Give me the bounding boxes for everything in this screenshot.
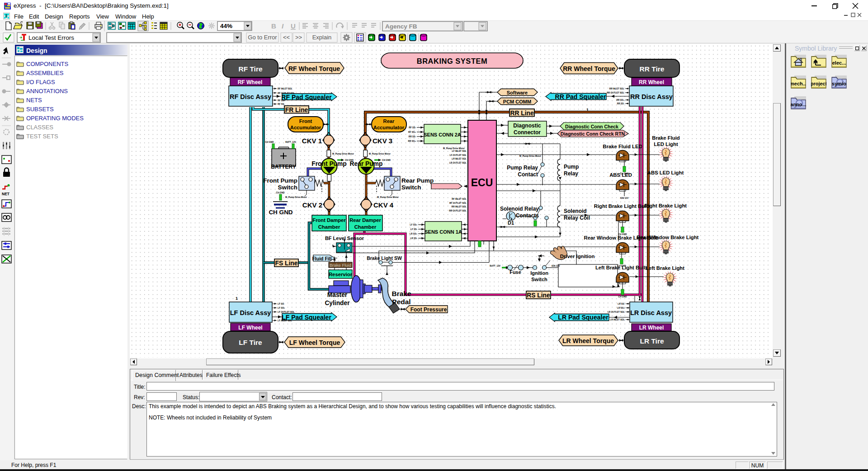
svg-text:Switch: Switch bbox=[401, 184, 421, 191]
svg-text:Fuse: Fuse bbox=[509, 269, 521, 275]
svg-text:LED Light: LED Light bbox=[654, 141, 678, 147]
svg-text:LR SS+: LR SS+ bbox=[410, 233, 417, 235]
svg-text:Front Pump: Front Pump bbox=[311, 160, 346, 167]
svg-text:RR INLET SOL: RR INLET SOL bbox=[609, 88, 624, 90]
svg-text:BATT_12V: BATT_12V bbox=[490, 265, 500, 267]
svg-text:LR Pad Squealer: LR Pad Squealer bbox=[558, 314, 609, 321]
svg-text:Relay Coil: Relay Coil bbox=[564, 215, 590, 221]
svg-text:CKV 3: CKV 3 bbox=[373, 137, 392, 145]
svg-text:RF Tire: RF Tire bbox=[238, 65, 262, 73]
svg-text:LF SS+: LF SS+ bbox=[410, 224, 418, 226]
svg-text:RF OUTLET SOL: RF OUTLET SOL bbox=[278, 92, 295, 94]
svg-text:Chamber: Chamber bbox=[318, 224, 340, 230]
svg-text:Brake Fluid: Brake Fluid bbox=[652, 135, 680, 141]
svg-text:I: I bbox=[282, 22, 284, 30]
svg-text:Master: Master bbox=[327, 292, 348, 298]
svg-text:RF Wheel Torque: RF Wheel Torque bbox=[288, 65, 340, 72]
svg-text:Left Brake Light: Left Brake Light bbox=[646, 265, 684, 271]
svg-text:1: 1 bbox=[236, 296, 238, 301]
svg-text:Software: Software bbox=[507, 90, 528, 95]
svg-text:Switch: Switch bbox=[278, 184, 297, 191]
svg-text:RR Tire: RR Tire bbox=[640, 65, 665, 73]
svg-text:M_Pump Drive Motor: M_Pump Drive Motor bbox=[285, 196, 307, 198]
svg-text:Accumulator: Accumulator bbox=[290, 125, 321, 130]
svg-text:LR INLET SOL: LR INLET SOL bbox=[610, 319, 625, 321]
svg-text:LF SS+: LF SS+ bbox=[278, 307, 285, 309]
svg-text:LR OUTLET SOL: LR OUTLET SOL bbox=[608, 311, 625, 313]
svg-text:CH GND: CH GND bbox=[269, 209, 292, 216]
svg-text:Brake: Brake bbox=[392, 290, 411, 297]
svg-text:Go to Error: Go to Error bbox=[248, 34, 277, 41]
svg-text:RF Pad Squealer: RF Pad Squealer bbox=[281, 94, 332, 101]
svg-text:RF SS-: RF SS- bbox=[409, 127, 416, 129]
svg-text:Solenoid: Solenoid bbox=[564, 208, 587, 214]
svg-text:Contact: Contact bbox=[518, 171, 538, 178]
svg-text:RF Disc Assy: RF Disc Assy bbox=[230, 93, 271, 100]
svg-text:CH GND: CH GND bbox=[618, 233, 627, 236]
svg-text:FR Line: FR Line bbox=[285, 107, 308, 113]
svg-text:RR Pad Squealer: RR Pad Squealer bbox=[555, 93, 606, 100]
svg-text:M_Pump Drive Motor: M_Pump Drive Motor bbox=[332, 153, 354, 155]
svg-text:Rear: Rear bbox=[383, 118, 395, 124]
svg-text:mech...: mech... bbox=[791, 81, 806, 86]
svg-text:RR SS-: RR SS- bbox=[409, 136, 416, 138]
svg-text:LF Disc Assy: LF Disc Assy bbox=[230, 309, 271, 316]
svg-text:M_Pump Drive Motor: M_Pump Drive Motor bbox=[519, 155, 541, 157]
svg-text:Brake Light SW: Brake Light SW bbox=[367, 255, 402, 261]
svg-text:Rear Pump: Rear Pump bbox=[350, 160, 383, 167]
svg-text:Agency FB: Agency FB bbox=[385, 23, 417, 30]
svg-text:Explain: Explain bbox=[312, 34, 332, 41]
svg-text:Diagnostic Conn Check RTN: Diagnostic Conn Check RTN bbox=[561, 131, 625, 137]
svg-text:Rear Damper: Rear Damper bbox=[349, 217, 381, 223]
svg-text:LF Tire: LF Tire bbox=[239, 339, 262, 346]
svg-text:RR Wheel Torque: RR Wheel Torque bbox=[563, 65, 615, 72]
svg-text:Front Pump: Front Pump bbox=[263, 177, 297, 184]
svg-text:BF Level Sensor: BF Level Sensor bbox=[325, 236, 364, 241]
svg-text:M_Pump Drive Motor: M_Pump Drive Motor bbox=[443, 147, 465, 150]
svg-text:BRAKING SYSTEM: BRAKING SYSTEM bbox=[417, 57, 487, 65]
svg-text:RF INLET SOL: RF INLET SOL bbox=[278, 88, 292, 90]
svg-text:ABS LED Light: ABS LED Light bbox=[647, 170, 684, 175]
svg-text:RR INLET SOL: RR INLET SOL bbox=[452, 206, 467, 208]
svg-text:RF OUTLET SOL: RF OUTLET SOL bbox=[449, 202, 467, 204]
svg-text:CH GND: CH GND bbox=[345, 159, 354, 161]
svg-text:Brake Fluid: Brake Fluid bbox=[330, 263, 351, 268]
svg-text:LF SS-: LF SS- bbox=[410, 228, 418, 231]
svg-text:RR OUTLET SOL: RR OUTLET SOL bbox=[449, 210, 467, 212]
svg-text:>>: >> bbox=[295, 34, 302, 41]
svg-text:LR Tire: LR Tire bbox=[640, 337, 664, 345]
svg-text:LR Disc Assy: LR Disc Assy bbox=[630, 309, 672, 316]
svg-text:LF SS-: LF SS- bbox=[278, 303, 285, 305]
svg-text:RF SS-: RF SS- bbox=[278, 103, 285, 105]
svg-text:LF OUTLET SOL: LF OUTLET SOL bbox=[449, 154, 467, 156]
svg-text:IGN 12V: IGN 12V bbox=[552, 265, 560, 267]
svg-text:Cylinder: Cylinder bbox=[325, 300, 350, 306]
svg-text:RF Wheel: RF Wheel bbox=[238, 79, 263, 85]
svg-text:Diagnostic: Diagnostic bbox=[513, 122, 541, 129]
svg-text:Solenoid Relay: Solenoid Relay bbox=[500, 206, 539, 212]
svg-text:RR SS+: RR SS+ bbox=[408, 140, 416, 142]
svg-text:Switch: Switch bbox=[531, 277, 547, 282]
svg-text:1: 1 bbox=[586, 108, 589, 112]
svg-text:Fluid Fill: Fluid Fill bbox=[312, 256, 331, 261]
svg-text:CH GND: CH GND bbox=[618, 265, 626, 267]
svg-text:CKV 2: CKV 2 bbox=[302, 201, 322, 209]
svg-text:LF INLET SOL: LF INLET SOL bbox=[452, 150, 467, 152]
svg-text:symio: symio bbox=[832, 81, 846, 86]
svg-text:Contacts: Contacts bbox=[516, 212, 539, 219]
svg-text:Diagnostic Conn Check: Diagnostic Conn Check bbox=[565, 124, 618, 129]
svg-text:SENS CONN 1A: SENS CONN 1A bbox=[425, 229, 462, 235]
svg-text:Connector: Connector bbox=[514, 129, 541, 136]
svg-text:FS Line: FS Line bbox=[275, 260, 298, 267]
svg-text:Right Brake Light Bulb: Right Brake Light Bulb bbox=[594, 203, 649, 209]
svg-text:RR SS-: RR SS- bbox=[617, 103, 625, 105]
svg-text:Right Brake Light: Right Brake Light bbox=[644, 203, 687, 208]
svg-text:Foot Pressure: Foot Pressure bbox=[410, 306, 447, 313]
svg-text:Reservior: Reservior bbox=[329, 272, 353, 277]
svg-text:RF INLET SOL: RF INLET SOL bbox=[452, 198, 467, 200]
svg-text:Front: Front bbox=[299, 118, 312, 124]
svg-text:<<: << bbox=[283, 34, 290, 41]
svg-text:Pump Relay: Pump Relay bbox=[507, 165, 538, 171]
svg-text:RR SS+: RR SS+ bbox=[617, 99, 625, 101]
svg-text:LR OUTLET SOL: LR OUTLET SOL bbox=[449, 162, 467, 164]
